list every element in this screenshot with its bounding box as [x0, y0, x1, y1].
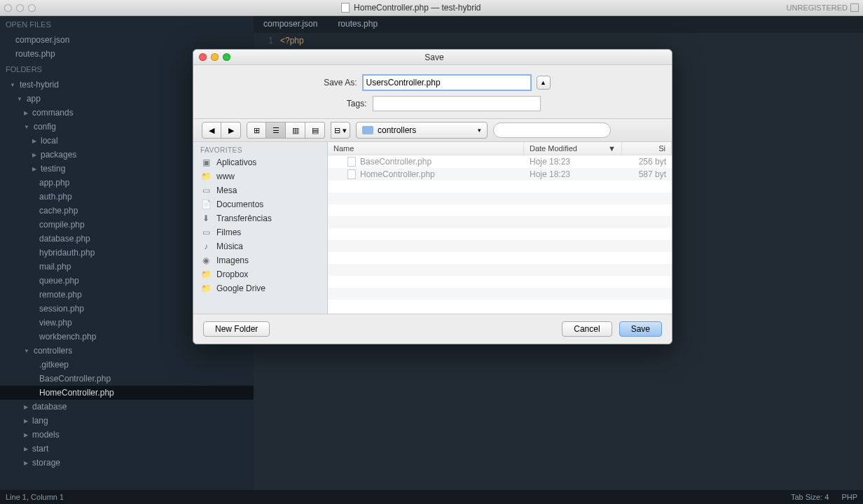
disclosure-right-icon[interactable]: ▶: [32, 166, 36, 172]
save-button[interactable]: Save: [619, 321, 662, 337]
favorite-item[interactable]: ▣Aplicativos: [193, 155, 327, 169]
file-row[interactable]: BaseController.php Hoje 18:23 256 byt: [328, 155, 672, 168]
cursor-position: Line 1, Column 1: [6, 493, 64, 501]
favorites-sidebar: FAVORITES ▣Aplicativos 📁www ▭Mesa 📄Docum…: [193, 142, 328, 314]
window-titlebar: HomeController.php — test-hybrid UNREGIS…: [0, 0, 863, 16]
downloads-icon: ⬇: [200, 214, 212, 223]
favorite-item[interactable]: 📁www: [193, 169, 327, 183]
applications-icon: ▣: [200, 158, 212, 167]
tab-bar: composer.json routes.php: [254, 16, 863, 33]
folder-icon: 📁: [200, 284, 212, 293]
minimize-window-icon[interactable]: [16, 4, 24, 12]
disclosure-down-icon[interactable]: ▼: [24, 124, 29, 130]
tab-routes[interactable]: routes.php: [328, 16, 388, 33]
folder-controllers[interactable]: ▼controllers: [0, 344, 254, 358]
list-header: Name Date Modified▼ Si: [328, 142, 672, 155]
disclosure-down-icon[interactable]: ▼: [10, 82, 15, 88]
file-list: Name Date Modified▼ Si BaseController.ph…: [328, 142, 672, 314]
favorites-header: FAVORITES: [193, 142, 327, 155]
file-item-active[interactable]: HomeController.php: [0, 386, 254, 400]
sort-down-icon: ▼: [608, 144, 616, 153]
file-item[interactable]: .gitkeep: [0, 358, 254, 372]
code-line: <?php: [280, 36, 304, 46]
close-window-icon[interactable]: [4, 4, 12, 12]
desktop-icon: ▭: [200, 186, 212, 195]
disclosure-right-icon[interactable]: ▶: [32, 138, 36, 144]
open-files-header: OPEN FILES: [0, 16, 254, 33]
folder-item[interactable]: ▶database: [0, 400, 254, 414]
save-as-input[interactable]: [363, 75, 531, 90]
disclosure-right-icon[interactable]: ▶: [24, 110, 28, 116]
column-name[interactable]: Name: [328, 142, 524, 155]
music-icon: ♪: [200, 241, 212, 251]
column-date[interactable]: Date Modified▼: [524, 142, 622, 155]
window-title-text: HomeController.php — test-hybrid: [354, 3, 481, 13]
folder-icon: [362, 126, 373, 134]
folder-item[interactable]: ▶models: [0, 428, 254, 442]
location-popup[interactable]: controllers: [356, 122, 488, 139]
dialog-toolbar: ◀ ▶ ⊞ ☰ ▥ ▤ ⊟ ▾ controllers 🔍: [193, 118, 672, 142]
status-bar: Line 1, Column 1 Tab Size: 4 PHP: [0, 490, 863, 504]
dialog-titlebar: Save: [193, 50, 672, 65]
traffic-lights: [4, 4, 36, 12]
save-dialog: Save Save As: ▲ Tags: ◀ ▶ ⊞ ☰ ▥ ▤ ⊟ ▾ co…: [193, 49, 672, 344]
list-view-button[interactable]: ☰: [266, 122, 286, 139]
favorite-item[interactable]: ♪Música: [193, 239, 327, 253]
favorite-item[interactable]: 📁Google Drive: [193, 281, 327, 295]
disclosure-right-icon[interactable]: ▶: [24, 446, 28, 452]
window-title: HomeController.php — test-hybrid: [36, 3, 787, 13]
folder-icon: 📁: [200, 172, 212, 181]
search-input[interactable]: [493, 122, 611, 138]
arrange-button[interactable]: ⊟ ▾: [331, 122, 350, 139]
disclosure-down-icon[interactable]: ▼: [17, 96, 22, 102]
folder-item[interactable]: ▶lang: [0, 414, 254, 428]
disclosure-right-icon[interactable]: ▶: [24, 432, 28, 438]
favorite-item[interactable]: ▭Filmes: [193, 225, 327, 239]
file-icon: [347, 169, 356, 179]
favorite-item[interactable]: ◉Imagens: [193, 253, 327, 267]
disclosure-right-icon[interactable]: ▶: [24, 404, 28, 410]
file-icon: [347, 157, 356, 167]
folder-item[interactable]: ▶storage: [0, 456, 254, 470]
open-file-item[interactable]: composer.json: [0, 33, 254, 47]
dropbox-icon: 📁: [200, 270, 212, 279]
forward-button[interactable]: ▶: [221, 122, 241, 139]
zoom-window-icon[interactable]: [28, 4, 36, 12]
save-as-label: Save As:: [315, 78, 357, 88]
back-button[interactable]: ◀: [202, 122, 221, 139]
folder-item[interactable]: ▶start: [0, 442, 254, 456]
coverflow-view-button[interactable]: ▤: [305, 122, 325, 139]
disclosure-toggle-button[interactable]: ▲: [537, 76, 551, 90]
icon-view-button[interactable]: ⊞: [247, 122, 266, 139]
movies-icon: ▭: [200, 227, 212, 237]
column-size[interactable]: Si: [622, 142, 672, 155]
tags-input[interactable]: [373, 96, 541, 111]
disclosure-right-icon[interactable]: ▶: [32, 152, 36, 158]
favorite-item[interactable]: ▭Mesa: [193, 183, 327, 197]
column-view-button[interactable]: ▥: [286, 122, 305, 139]
favorite-item[interactable]: ⬇Transferências: [193, 211, 327, 225]
documents-icon: 📄: [200, 200, 212, 209]
tags-label: Tags:: [325, 99, 367, 108]
cancel-button[interactable]: Cancel: [562, 321, 612, 337]
pictures-icon: ◉: [200, 255, 212, 265]
file-row[interactable]: HomeController.php Hoje 18:23 587 byt: [328, 168, 672, 181]
tab-composer[interactable]: composer.json: [254, 16, 328, 33]
favorite-item[interactable]: 📄Documentos: [193, 197, 327, 211]
expand-icon[interactable]: [850, 4, 859, 12]
disclosure-down-icon[interactable]: ▼: [24, 348, 29, 354]
document-icon: [341, 3, 350, 13]
language-mode[interactable]: PHP: [841, 493, 857, 501]
new-folder-button[interactable]: New Folder: [203, 321, 270, 337]
disclosure-right-icon[interactable]: ▶: [24, 460, 28, 466]
disclosure-right-icon[interactable]: ▶: [24, 418, 28, 424]
tab-size[interactable]: Tab Size: 4: [791, 493, 829, 501]
dialog-title: Save: [202, 52, 666, 62]
location-label: controllers: [378, 125, 416, 135]
favorite-item[interactable]: 📁Dropbox: [193, 267, 327, 281]
file-item[interactable]: BaseController.php: [0, 372, 254, 386]
unregistered-label: UNREGISTERED: [787, 4, 848, 12]
